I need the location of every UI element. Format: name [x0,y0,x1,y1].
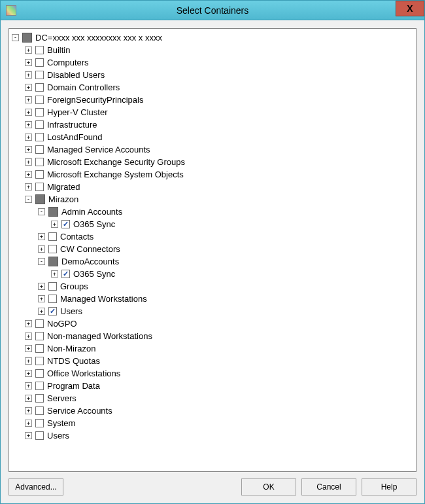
checkbox-partial[interactable] [35,194,45,204]
collapse-icon[interactable]: - [38,258,45,265]
expand-icon[interactable]: + [38,245,45,253]
tree-node-label[interactable]: ForeignSecurityPrincipals [47,95,143,105]
expand-icon[interactable]: + [25,183,32,190]
checkbox-unchecked[interactable] [35,344,44,353]
checkbox-unchecked[interactable] [35,145,44,154]
tree-node-label[interactable]: NoGPO [47,319,77,329]
tree-node-label[interactable]: System [47,418,75,428]
checkbox-unchecked[interactable] [35,357,44,365]
tree-node-label[interactable]: Managed Workstations [60,294,147,304]
expand-icon[interactable]: + [25,171,32,178]
expand-icon[interactable]: + [25,370,32,377]
tree-node-label[interactable]: Admin Accounts [61,207,122,217]
checkbox-unchecked[interactable] [35,183,44,191]
help-button[interactable]: Help [362,478,416,495]
checkbox-unchecked[interactable] [48,295,57,303]
tree-node-label[interactable]: Hyper-V Cluster [47,107,107,117]
checkbox-unchecked[interactable] [35,158,44,166]
checkbox-partial[interactable] [22,33,32,43]
expand-icon[interactable]: + [25,134,32,141]
tree-node-label[interactable]: CW Connectors [60,244,120,254]
checkbox-unchecked[interactable] [35,133,44,141]
tree-node-label[interactable]: Disabled Users [47,70,105,80]
tree-node-label[interactable]: Computers [47,58,89,67]
checkbox-unchecked[interactable] [35,332,44,340]
checkbox-unchecked[interactable] [35,369,44,378]
checkbox-unchecked[interactable] [48,232,57,241]
checkbox-partial[interactable] [48,257,58,266]
checkbox-unchecked[interactable] [35,71,44,79]
tree-node-label[interactable]: Program Data [47,381,100,391]
expand-icon[interactable]: + [25,96,32,103]
checkbox-checked[interactable] [48,307,57,315]
expand-icon[interactable]: + [25,59,32,66]
expand-icon[interactable]: + [25,71,32,79]
tree-node-label[interactable]: DemoAccounts [61,257,119,266]
tree-node-label[interactable]: Office Workstations [47,369,120,378]
tree-node-label[interactable]: Microsoft Exchange Security Groups [47,157,185,167]
expand-icon[interactable]: + [25,109,32,116]
expand-icon[interactable]: + [38,283,45,290]
expand-icon[interactable]: + [25,320,32,327]
expand-icon[interactable]: + [38,295,45,302]
close-button[interactable]: X [396,1,424,16]
tree-node-label[interactable]: Domain Controllers [47,82,120,92]
expander-icon[interactable]: - [12,34,19,41]
checkbox-partial[interactable] [48,207,58,217]
expand-icon[interactable]: + [25,46,32,54]
expand-icon[interactable]: + [25,395,32,402]
checkbox-unchecked[interactable] [35,394,44,403]
checkbox-unchecked[interactable] [35,83,44,92]
tree-node-label[interactable]: Service Accounts [47,406,112,416]
expand-icon[interactable]: + [25,345,32,352]
tree-node-label[interactable]: Migrated [47,182,80,192]
checkbox-unchecked[interactable] [35,406,44,415]
expand-icon[interactable]: + [25,158,32,166]
tree-node-label[interactable]: Servers [47,393,76,403]
container-tree[interactable]: - DC=xxxx xxx xxxxxxxx xxx x xxxx +Built… [9,29,416,471]
expand-icon[interactable]: + [38,308,45,315]
tree-node-label[interactable]: LostAndFound [47,132,103,142]
tree-node-label[interactable]: Builtin [47,45,70,55]
expand-icon[interactable]: + [25,84,32,91]
advanced-button[interactable]: Advanced... [8,478,63,495]
tree-node-label[interactable]: O365 Sync [73,269,115,279]
expand-icon[interactable]: + [25,382,32,389]
checkbox-unchecked[interactable] [35,120,44,129]
tree-node-label[interactable]: Mirazon [48,194,78,204]
tree-node-label[interactable]: O365 Sync [73,219,115,229]
expand-icon[interactable]: + [25,333,32,340]
tree-node-label[interactable]: Microsoft Exchange System Objects [47,170,184,179]
tree-node-label[interactable]: NTDS Quotas [47,356,100,366]
checkbox-unchecked[interactable] [35,46,44,54]
expand-icon[interactable]: + [25,121,32,128]
tree-node-label[interactable]: Users [60,306,82,316]
expand-icon[interactable]: + [38,233,45,240]
expand-icon[interactable]: + [51,270,58,278]
ok-button[interactable]: OK [241,478,296,495]
collapse-icon[interactable]: - [38,208,45,215]
tree-node-label[interactable]: Infrastructure [47,120,97,130]
cancel-button[interactable]: Cancel [301,478,356,495]
titlebar[interactable]: Select Containers X [1,1,424,20]
checkbox-unchecked[interactable] [35,58,44,67]
tree-node-label[interactable]: Contacts [60,232,94,242]
checkbox-checked[interactable] [61,220,70,228]
checkbox-unchecked[interactable] [35,431,44,440]
checkbox-unchecked[interactable] [35,319,44,328]
expand-icon[interactable]: + [25,357,32,365]
checkbox-unchecked[interactable] [35,382,44,390]
checkbox-checked[interactable] [61,270,70,278]
checkbox-unchecked[interactable] [48,282,57,291]
tree-node-label[interactable]: DC=xxxx xxx xxxxxxxx xxx x xxxx [35,33,162,43]
tree-node-label[interactable]: Managed Service Accounts [47,145,150,154]
expand-icon[interactable]: + [25,432,32,439]
tree-node-label[interactable]: Non-managed Workstations [47,331,152,341]
expand-icon[interactable]: + [25,407,32,414]
tree-node-label[interactable]: Users [47,431,69,441]
collapse-icon[interactable]: - [25,196,32,203]
expand-icon[interactable]: + [25,420,32,427]
checkbox-unchecked[interactable] [35,419,44,427]
tree-node-label[interactable]: Non-Mirazon [47,344,95,353]
expand-icon[interactable]: + [25,146,32,153]
